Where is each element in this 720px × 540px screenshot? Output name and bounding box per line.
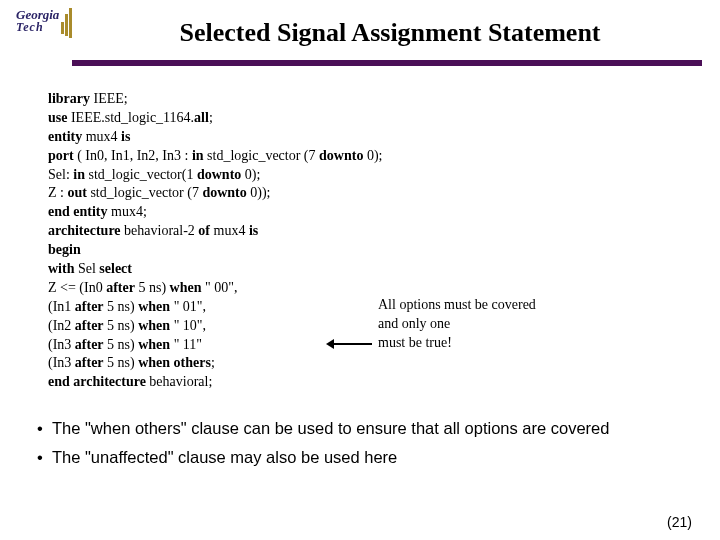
- bullet-list: • The "when others" clause can be used t…: [28, 418, 690, 477]
- title-rule: [72, 60, 702, 66]
- bullet-text: The "when others" clause can be used to …: [52, 418, 609, 439]
- slide-number: (21): [667, 514, 692, 530]
- annotation-line: and only one: [378, 315, 536, 334]
- arrow-left-icon: [326, 339, 372, 349]
- annotation-line: must be true!: [378, 334, 536, 353]
- slide: Georgia Tech Selected Signal Assignment …: [0, 0, 720, 540]
- logo-text: Georgia Tech: [16, 8, 59, 33]
- list-item: • The "when others" clause can be used t…: [28, 418, 690, 439]
- georgia-tech-logo: Georgia Tech: [16, 8, 96, 48]
- logo-line2: Tech: [16, 21, 59, 33]
- bullet-icon: •: [28, 447, 52, 468]
- slide-title: Selected Signal Assignment Statement: [78, 8, 702, 50]
- annotation-line: All options must be covered: [378, 296, 536, 315]
- slide-body: library IEEE; use IEEE.std_logic_1164.al…: [48, 90, 690, 392]
- annotation-text: All options must be covered and only one…: [378, 296, 536, 353]
- bullet-text: The "unaffected" clause may also be used…: [52, 447, 397, 468]
- list-item: • The "unaffected" clause may also be us…: [28, 447, 690, 468]
- logo-bars-icon: [61, 8, 72, 38]
- bullet-icon: •: [28, 418, 52, 439]
